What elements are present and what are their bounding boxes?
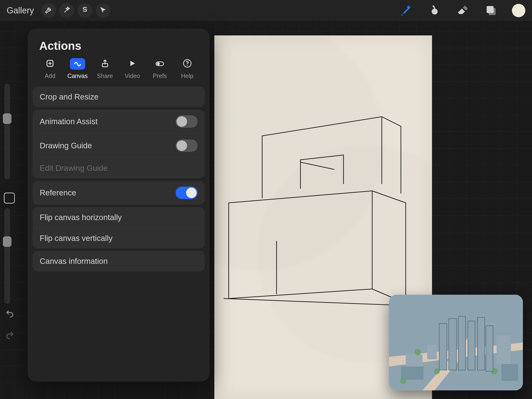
row-flip-vertical[interactable]: Flip canvas vertically: [32, 228, 205, 248]
transform-button[interactable]: [96, 3, 111, 18]
wand-icon: [63, 6, 71, 15]
brush-opacity-slider[interactable]: [4, 208, 10, 304]
layers-icon: [485, 4, 497, 17]
modify-button[interactable]: [4, 193, 15, 203]
svg-line-3: [229, 289, 372, 298]
smudge-icon: [428, 4, 440, 17]
svg-rect-48: [468, 321, 475, 370]
row-label: Animation Assist: [40, 117, 98, 126]
svg-line-12: [300, 155, 343, 160]
row-flip-horizontal[interactable]: Flip canvas horizontally: [32, 207, 205, 228]
redo-button[interactable]: [4, 330, 15, 341]
row-label: Flip canvas vertically: [40, 234, 112, 243]
selection-s-icon: [81, 6, 89, 15]
brush-size-thumb[interactable]: [3, 113, 12, 124]
svg-line-10: [382, 117, 401, 126]
undo-icon: [5, 309, 14, 319]
svg-rect-40: [427, 345, 437, 359]
add-icon: [45, 59, 55, 69]
tab-prefs[interactable]: Prefs: [146, 58, 174, 79]
adjustments-button[interactable]: [59, 3, 74, 18]
svg-rect-30: [406, 355, 422, 368]
tab-label: Add: [45, 72, 55, 79]
svg-rect-19: [489, 8, 496, 15]
tab-video[interactable]: Video: [119, 58, 146, 79]
svg-rect-50: [486, 326, 493, 371]
wrench-icon: [44, 6, 53, 15]
reference-image: [389, 295, 523, 390]
eraser-tool[interactable]: [456, 4, 469, 18]
toggle-icon: [155, 59, 164, 69]
row-drawing-guide[interactable]: Drawing Guide: [32, 133, 205, 158]
svg-point-25: [187, 65, 188, 66]
row-label: Reference: [40, 188, 76, 197]
row-label: Canvas information: [40, 257, 108, 266]
svg-rect-38: [497, 335, 511, 364]
row-crop-and-resize[interactable]: Crop and Resize: [32, 87, 205, 107]
svg-line-0: [229, 191, 372, 203]
row-label: Edit Drawing Guide: [40, 164, 108, 173]
row-canvas-information[interactable]: Canvas information: [32, 251, 205, 272]
row-label: Drawing Guide: [40, 141, 92, 150]
toggle-reference[interactable]: [176, 187, 198, 199]
brush-tool[interactable]: [399, 4, 413, 18]
toggle-drawing-guide[interactable]: [176, 139, 198, 152]
svg-rect-31: [401, 367, 424, 380]
row-label: Crop and Resize: [40, 92, 99, 101]
tab-canvas[interactable]: Canvas: [64, 58, 91, 79]
svg-line-17: [224, 298, 411, 306]
svg-rect-49: [477, 317, 485, 370]
actions-tab-bar: Add Canvas Share Video Prefs Help: [28, 58, 209, 87]
tab-label: Share: [97, 72, 113, 79]
tab-add[interactable]: Add: [36, 58, 64, 79]
tab-label: Help: [181, 72, 193, 79]
selection-button[interactable]: [77, 3, 92, 18]
reference-window[interactable]: [389, 295, 523, 390]
actions-button[interactable]: [41, 3, 56, 18]
share-icon: [101, 59, 110, 69]
canvas-icon: [73, 59, 82, 69]
row-edit-drawing-guide: Edit Drawing Guide: [32, 158, 205, 178]
brush-icon: [400, 4, 412, 17]
row-reference[interactable]: Reference: [32, 181, 205, 205]
toolbar-right-group: [399, 4, 525, 18]
row-animation-assist[interactable]: Animation Assist: [32, 110, 205, 133]
svg-rect-45: [439, 323, 447, 370]
svg-point-44: [400, 378, 406, 384]
svg-rect-39: [501, 364, 518, 381]
svg-line-7: [262, 117, 382, 136]
brush-opacity-thumb[interactable]: [3, 236, 12, 247]
tab-share[interactable]: Share: [91, 58, 119, 79]
svg-rect-47: [458, 316, 466, 370]
tab-label: Canvas: [67, 72, 88, 79]
undo-button[interactable]: [4, 309, 15, 320]
gallery-button[interactable]: Gallery: [7, 6, 34, 16]
help-icon: [183, 59, 192, 69]
layers-tool[interactable]: [484, 4, 498, 18]
svg-point-42: [434, 368, 440, 374]
svg-line-15: [300, 162, 334, 169]
svg-point-23: [157, 62, 160, 65]
actions-title: Actions: [28, 39, 209, 58]
tab-help[interactable]: Help: [173, 58, 201, 79]
smudge-tool[interactable]: [427, 4, 441, 18]
eraser-icon: [456, 4, 468, 17]
brush-size-slider[interactable]: [4, 84, 10, 179]
svg-rect-46: [449, 319, 456, 370]
play-icon: [128, 59, 137, 69]
svg-point-41: [414, 349, 421, 355]
color-picker[interactable]: [512, 4, 525, 17]
actions-popover: Actions Add Canvas Share Video Prefs Hel…: [28, 29, 209, 381]
tab-label: Video: [125, 72, 140, 79]
row-label: Flip canvas horizontally: [40, 213, 122, 222]
tab-label: Prefs: [153, 72, 167, 79]
toolbar-left-group: [41, 3, 111, 18]
top-toolbar: Gallery: [0, 0, 532, 21]
toggle-animation-assist[interactable]: [176, 115, 198, 128]
redo-icon: [5, 331, 14, 341]
cursor-arrow-icon: [99, 6, 107, 15]
